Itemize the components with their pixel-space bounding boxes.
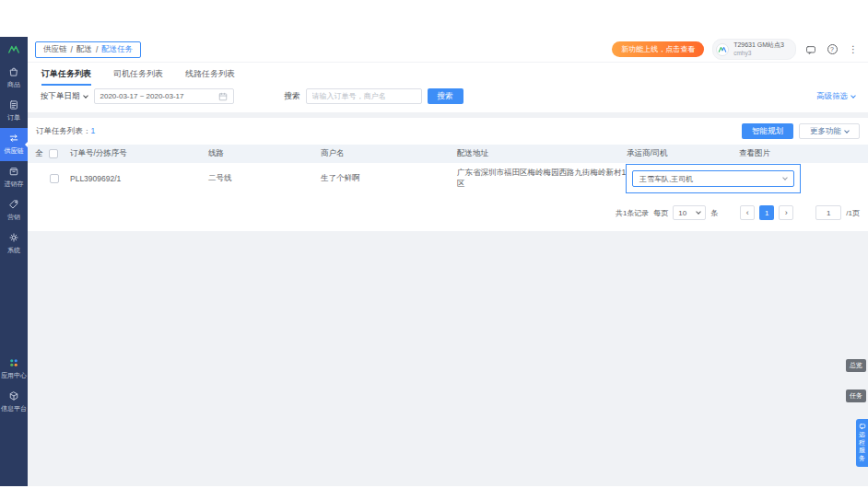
table-row: PLL3909692/1 二号线 生了个鲜啊 广东省深圳市福田区梅岭梅园西路九街… [28,163,868,194]
app-window: 商品 订单 供应链 进销存 营销 系统 应用中心 信息平台 [0,37,868,486]
column-header-address: 配送地址 [457,148,627,159]
avatar [716,43,729,56]
smart-plan-button[interactable]: 智能规划 [742,123,793,139]
topbar-right: 新功能上线，点击查看 T29631 GM站点3 cmhy3 ? [612,39,860,60]
goods-icon [8,66,19,77]
sidebar-item-label: 信息平台 [1,404,27,413]
sidebar-item-info-platform[interactable]: 信息平台 [0,386,28,419]
help-icon[interactable]: ? [826,43,839,56]
list-actions: 智能规划 更多功能 [742,123,860,139]
filter-bar: 按下单日期 2020-03-17 ~ 2020-03-17 搜索 搜索 高级筛选 [28,86,868,112]
sidebar-item-label: 商品 [7,80,20,89]
pagination-unit: 条 [710,208,718,218]
calendar-icon [218,92,228,101]
avatar-logo-icon [718,45,727,54]
column-header-picture: 查看图片 [739,148,868,159]
account-name: T29631 GM站点3 [733,41,784,50]
carrier-select-focus-box: 王雪车队,王司机 [626,164,801,193]
list-title: 订单任务列表：1 [36,126,95,137]
cell-merchant: 生了个鲜啊 [321,173,457,184]
cell-line: 二号线 [208,173,321,184]
breadcrumb-item-current[interactable]: 配送任务 [101,44,133,55]
orders-icon [8,99,19,110]
inventory-icon [8,166,19,177]
breadcrumb-separator: / [71,45,73,54]
list-header: 订单任务列表：1 智能规划 更多功能 [28,118,868,145]
sidebar-item-label: 进销存 [5,180,24,189]
row-select-cell [28,174,70,183]
page-size-select[interactable]: 10 [673,205,706,220]
app-center-icon [8,357,19,368]
sidebar-item-label: 营销 [7,213,20,222]
search-input[interactable] [306,88,422,104]
more-actions-button[interactable]: 更多功能 [799,123,860,139]
page-jump-input[interactable] [815,205,841,220]
search-button[interactable]: 搜索 [428,88,463,104]
overview-float-button[interactable]: 总览 [846,359,866,372]
chevron-down-icon [850,93,856,99]
table-header-row: 全 订单号/分拣序号 线路 商户名 配送地址 承运商/司机 查看图片 [28,145,868,163]
service-float-tab[interactable]: 远程服务 [856,419,868,467]
sidebar-item-label: 供应链 [5,146,24,156]
sidebar-item-orders[interactable]: 订单 [0,95,28,128]
advanced-filter-link[interactable]: 高级筛选 [816,91,855,102]
chevron-down-icon [782,175,788,180]
account-subname: cmhy3 [733,50,784,57]
message-icon[interactable] [804,43,817,56]
cell-order-no: PLL3909692/1 [70,174,208,183]
tab-bar: 订单任务列表 司机任务列表 线路任务列表 [28,63,868,86]
service-tab-label: 远程服务 [859,431,866,462]
pagination: 共1条记录 每页 10 条 ‹ 1 › /1页 [28,194,868,222]
next-page-button[interactable]: › [779,205,793,220]
column-header-line: 线路 [208,148,321,159]
main-area: 供应链 / 配送 / 配送任务 新功能上线，点击查看 T29631 GM站点3 [28,37,868,486]
chevron-down-icon [696,209,701,215]
supply-chain-icon [8,133,19,144]
search-group: 搜索 搜索 [285,88,463,104]
cell-address: 广东省深圳市福田区梅岭梅园西路九街梅岭新村1区 [457,168,627,190]
tab-route-tasks[interactable]: 线路任务列表 [185,63,235,86]
chevron-down-icon [844,128,850,134]
select-all-checkbox[interactable] [49,149,58,158]
pagination-total: 共1条记录 [616,208,649,218]
account-chip[interactable]: T29631 GM站点3 cmhy3 [712,39,796,60]
sidebar-item-system[interactable]: 系统 [0,227,28,261]
prev-page-button[interactable]: ‹ [740,205,755,220]
topbar: 供应链 / 配送 / 配送任务 新功能上线，点击查看 T29631 GM站点3 [28,37,868,63]
sidebar-item-label: 系统 [7,246,20,255]
breadcrumb-separator: / [96,45,98,54]
order-task-list-panel: 订单任务列表：1 智能规划 更多功能 全 订单号/分拣序号 线路 商户名 配送地… [28,118,868,231]
pagination-total-pages: /1页 [846,208,860,218]
promo-banner[interactable]: 新功能上线，点击查看 [612,41,704,57]
brand-logo-icon [6,43,21,56]
more-menu-icon[interactable]: ⋮ [847,43,860,56]
sidebar-item-label: 应用中心 [1,371,27,380]
account-text: T29631 GM站点3 cmhy3 [733,41,784,57]
current-page-button[interactable]: 1 [759,205,774,220]
sidebar: 商品 订单 供应链 进销存 营销 系统 应用中心 信息平台 [0,37,28,486]
sidebar-item-inventory[interactable]: 进销存 [0,161,28,194]
breadcrumb[interactable]: 供应链 / 配送 / 配送任务 [35,41,141,58]
tab-driver-tasks[interactable]: 司机任务列表 [113,63,163,86]
select-all-label: 全 [35,148,43,159]
carrier-select[interactable]: 王雪车队,王司机 [632,170,794,187]
brand-logo [0,37,28,62]
list-count: 1 [91,126,96,135]
column-header-order-no: 订单号/分拣序号 [70,148,208,159]
select-all-cell: 全 [28,148,70,159]
breadcrumb-item[interactable]: 供应链 [43,44,67,55]
chat-bubble-icon [859,423,866,430]
info-platform-icon [8,390,19,401]
breadcrumb-item[interactable]: 配送 [76,44,92,55]
sidebar-item-marketing[interactable]: 营销 [0,194,28,227]
row-checkbox[interactable] [50,174,59,183]
sidebar-item-app-center[interactable]: 应用中心 [0,353,28,386]
date-range-input[interactable]: 2020-03-17 ~ 2020-03-17 [94,88,234,104]
sidebar-item-goods[interactable]: 商品 [0,62,28,95]
task-float-button[interactable]: 任务 [846,390,866,402]
system-icon [8,232,19,243]
date-type-dropdown[interactable]: 按下单日期 [41,91,88,102]
sidebar-item-label: 订单 [7,113,20,122]
sidebar-item-supply-chain[interactable]: 供应链 [0,128,28,161]
tab-order-tasks[interactable]: 订单任务列表 [41,63,91,86]
